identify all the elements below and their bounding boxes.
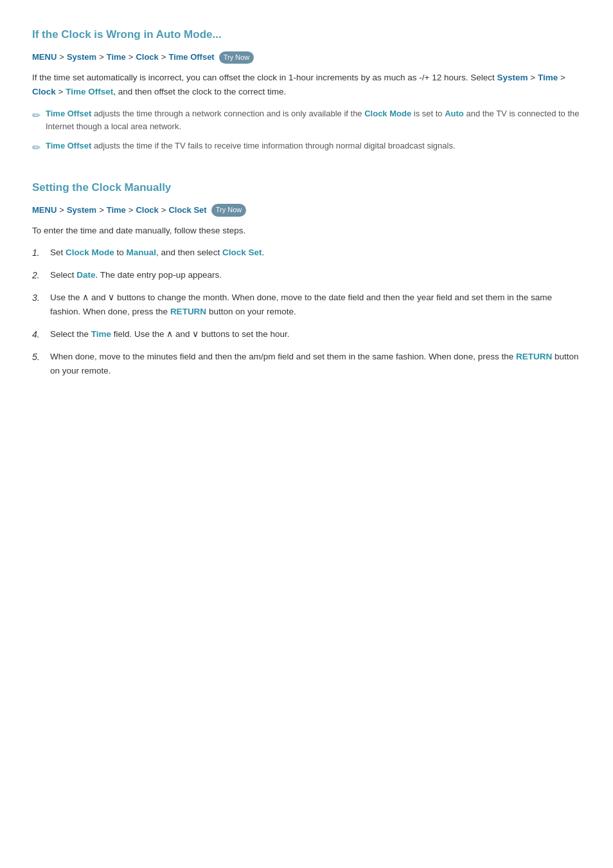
step-num-1: 1. [32,246,50,260]
nav2-clockset: Clock Set [168,204,206,217]
section2-title: Setting the Clock Manually [32,172,581,196]
nav2-sep1: > [59,204,64,217]
try-now-badge-1[interactable]: Try Now [219,51,254,64]
note-text-1: Time Offset adjusts the time through a n… [46,107,581,133]
step1-manual: Manual [127,248,157,257]
step-num-5: 5. [32,350,50,365]
step-4: 4. Select the Time field. Use the ∧ and … [32,327,581,342]
note1-auto: Auto [445,109,464,118]
step-1: 1. Set Clock Mode to Manual, and then se… [32,246,581,260]
nav2-clock: Clock [136,204,158,217]
nav-time: Time [107,51,126,64]
note-item-1: ✏ Time Offset adjusts the time through a… [32,107,581,133]
step-text-1: Set Clock Mode to Manual, and then selec… [50,246,581,260]
nav-sep2: > [99,51,104,64]
nav2-sep4: > [161,204,166,217]
nav-timeoffset: Time Offset [168,51,214,64]
nav2-menu: MENU [32,204,57,217]
inline-system: System [497,73,528,82]
step-num-2: 2. [32,268,50,283]
step-text-3: Use the ∧ and ∨ buttons to change the mo… [50,291,581,320]
step1-clockset: Clock Set [222,248,262,257]
step-2: 2. Select Date. The date entry pop-up ap… [32,268,581,283]
note2-timeoffset: Time Offset [46,141,91,150]
nav-menu: MENU [32,51,57,64]
try-now-badge-2[interactable]: Try Now [211,204,247,217]
step-text-2: Select Date. The date entry pop-up appea… [50,268,581,282]
section1-nav: MENU > System > Time > Clock > Time Offs… [32,51,581,64]
step5-return: RETURN [516,352,552,361]
step4-time: Time [91,329,111,339]
note1-timeoffset: Time Offset [46,109,91,118]
step-num-3: 3. [32,291,50,305]
nav2-time: Time [107,204,126,217]
nav-clock: Clock [136,51,158,64]
step-5: 5. When done, move to the minutes field … [32,350,581,379]
note1-clockmode: Clock Mode [364,109,411,118]
nav-sep1: > [59,51,64,64]
step3-return: RETURN [170,307,206,316]
nav-sep4: > [161,51,166,64]
nav-system: System [67,51,96,64]
inline-clock: Clock [32,87,56,96]
section1-body: If the time set automatically is incorre… [32,71,581,100]
step2-date: Date [76,270,95,280]
inline-timeoffset: Time Offset [66,87,113,96]
note-item-2: ✏ Time Offset adjusts the time if the TV… [32,140,581,156]
section2-intro: To enter the time and date manually, fol… [32,224,581,238]
inline-time: Time [538,73,558,82]
step-num-4: 4. [32,327,50,342]
section1-title: If the Clock is Wrong in Auto Mode... [32,19,581,43]
step-text-4: Select the Time field. Use the ∧ and ∨ b… [50,327,581,341]
steps-list: 1. Set Clock Mode to Manual, and then se… [32,246,581,378]
pencil-icon-1: ✏ [32,108,40,124]
pencil-icon-2: ✏ [32,140,40,156]
step-3: 3. Use the ∧ and ∨ buttons to change the… [32,291,581,320]
nav2-system: System [67,204,96,217]
nav2-sep3: > [129,204,134,217]
note-text-2: Time Offset adjusts the time if the TV f… [46,140,456,152]
nav2-sep2: > [99,204,104,217]
step1-clockmode: Clock Mode [66,248,114,257]
nav-sep3: > [129,51,134,64]
section1-notes: ✏ Time Offset adjusts the time through a… [32,107,581,156]
section2-nav: MENU > System > Time > Clock > Clock Set… [32,204,581,217]
step-text-5: When done, move to the minutes field and… [50,350,581,379]
